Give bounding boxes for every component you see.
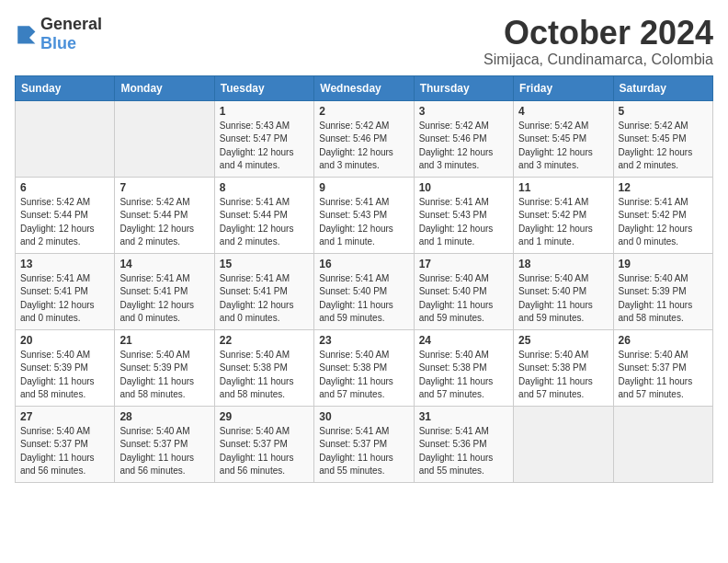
calendar-cell: 28Sunrise: 5:40 AM Sunset: 5:37 PM Dayli…: [115, 406, 214, 482]
day-number: 12: [619, 181, 708, 194]
calendar-cell: 16Sunrise: 5:41 AM Sunset: 5:40 PM Dayli…: [314, 253, 414, 329]
day-number: 30: [319, 410, 408, 423]
day-number: 11: [518, 181, 608, 194]
calendar-week-row: 20Sunrise: 5:40 AM Sunset: 5:39 PM Dayli…: [16, 329, 713, 406]
logo-blue: Blue: [40, 34, 76, 52]
day-number: 1: [220, 105, 309, 118]
day-number: 13: [20, 258, 109, 270]
calendar-cell: 19Sunrise: 5:40 AM Sunset: 5:39 PM Dayli…: [613, 253, 712, 329]
day-detail: Sunrise: 5:41 AM Sunset: 5:42 PM Dayligh…: [619, 196, 708, 249]
day-detail: Sunrise: 5:42 AM Sunset: 5:44 PM Dayligh…: [119, 196, 209, 249]
day-number: 5: [619, 105, 708, 118]
day-detail: Sunrise: 5:41 AM Sunset: 5:42 PM Dayligh…: [518, 196, 608, 249]
calendar-week-row: 6Sunrise: 5:42 AM Sunset: 5:44 PM Daylig…: [16, 177, 713, 253]
day-detail: Sunrise: 5:41 AM Sunset: 5:41 PM Dayligh…: [220, 272, 309, 326]
logo-icon: [15, 23, 37, 45]
page-header: General Blue October 2024 Simijaca, Cund…: [15, 15, 713, 68]
calendar-cell: 24Sunrise: 5:40 AM Sunset: 5:38 PM Dayli…: [414, 329, 513, 406]
calendar-cell: [514, 406, 613, 482]
day-header-sunday: Sunday: [16, 75, 115, 100]
day-header-wednesday: Wednesday: [314, 75, 414, 100]
day-detail: Sunrise: 5:40 AM Sunset: 5:38 PM Dayligh…: [419, 349, 508, 402]
day-number: 26: [619, 334, 708, 347]
day-detail: Sunrise: 5:40 AM Sunset: 5:38 PM Dayligh…: [220, 349, 309, 402]
day-detail: Sunrise: 5:40 AM Sunset: 5:37 PM Dayligh…: [20, 425, 109, 478]
day-detail: Sunrise: 5:41 AM Sunset: 5:41 PM Dayligh…: [119, 272, 209, 326]
day-detail: Sunrise: 5:40 AM Sunset: 5:37 PM Dayligh…: [619, 349, 708, 402]
day-detail: Sunrise: 5:41 AM Sunset: 5:36 PM Dayligh…: [419, 425, 508, 478]
day-number: 19: [619, 258, 708, 270]
logo-general: General: [40, 15, 102, 33]
day-number: 29: [220, 410, 309, 423]
day-detail: Sunrise: 5:40 AM Sunset: 5:37 PM Dayligh…: [119, 425, 209, 478]
day-detail: Sunrise: 5:40 AM Sunset: 5:40 PM Dayligh…: [419, 272, 508, 326]
day-number: 9: [319, 181, 408, 194]
calendar-header-row: SundayMondayTuesdayWednesdayThursdayFrid…: [16, 75, 713, 100]
calendar-cell: 10Sunrise: 5:41 AM Sunset: 5:43 PM Dayli…: [414, 177, 513, 253]
day-detail: Sunrise: 5:42 AM Sunset: 5:44 PM Dayligh…: [20, 196, 109, 249]
calendar-cell: 18Sunrise: 5:40 AM Sunset: 5:40 PM Dayli…: [514, 253, 613, 329]
day-detail: Sunrise: 5:41 AM Sunset: 5:43 PM Dayligh…: [419, 196, 508, 249]
calendar-cell: 2Sunrise: 5:42 AM Sunset: 5:46 PM Daylig…: [314, 100, 414, 177]
day-detail: Sunrise: 5:41 AM Sunset: 5:37 PM Dayligh…: [319, 425, 408, 478]
calendar-cell: 14Sunrise: 5:41 AM Sunset: 5:41 PM Dayli…: [115, 253, 214, 329]
day-detail: Sunrise: 5:42 AM Sunset: 5:45 PM Dayligh…: [518, 120, 608, 173]
day-header-friday: Friday: [514, 75, 613, 100]
calendar-week-row: 27Sunrise: 5:40 AM Sunset: 5:37 PM Dayli…: [16, 406, 713, 482]
day-number: 20: [20, 334, 109, 347]
day-detail: Sunrise: 5:42 AM Sunset: 5:46 PM Dayligh…: [419, 120, 508, 173]
day-detail: Sunrise: 5:40 AM Sunset: 5:38 PM Dayligh…: [518, 349, 608, 402]
day-number: 23: [319, 334, 408, 347]
calendar-cell: 26Sunrise: 5:40 AM Sunset: 5:37 PM Dayli…: [613, 329, 712, 406]
day-number: 8: [220, 181, 309, 194]
calendar-cell: 22Sunrise: 5:40 AM Sunset: 5:38 PM Dayli…: [214, 329, 313, 406]
day-number: 28: [119, 410, 209, 423]
day-number: 4: [518, 105, 608, 118]
calendar-cell: 9Sunrise: 5:41 AM Sunset: 5:43 PM Daylig…: [314, 177, 414, 253]
calendar-cell: 11Sunrise: 5:41 AM Sunset: 5:42 PM Dayli…: [514, 177, 613, 253]
day-number: 2: [319, 105, 408, 118]
logo: General Blue: [15, 15, 102, 53]
calendar-cell: [613, 406, 712, 482]
day-header-saturday: Saturday: [613, 75, 712, 100]
day-detail: Sunrise: 5:40 AM Sunset: 5:38 PM Dayligh…: [319, 349, 408, 402]
calendar-cell: 30Sunrise: 5:41 AM Sunset: 5:37 PM Dayli…: [314, 406, 414, 482]
calendar-table: SundayMondayTuesdayWednesdayThursdayFrid…: [15, 75, 713, 483]
day-number: 16: [319, 258, 408, 270]
day-header-thursday: Thursday: [414, 75, 513, 100]
calendar-cell: 21Sunrise: 5:40 AM Sunset: 5:39 PM Dayli…: [115, 329, 214, 406]
calendar-cell: 4Sunrise: 5:42 AM Sunset: 5:45 PM Daylig…: [514, 100, 613, 177]
day-detail: Sunrise: 5:41 AM Sunset: 5:40 PM Dayligh…: [319, 272, 408, 326]
location-title: Simijaca, Cundinamarca, Colombia: [483, 52, 713, 68]
day-header-monday: Monday: [115, 75, 214, 100]
day-number: 14: [119, 258, 209, 270]
day-number: 24: [419, 334, 508, 347]
day-number: 31: [419, 410, 508, 423]
calendar-cell: 13Sunrise: 5:41 AM Sunset: 5:41 PM Dayli…: [16, 253, 115, 329]
calendar-cell: 12Sunrise: 5:41 AM Sunset: 5:42 PM Dayli…: [613, 177, 712, 253]
calendar-cell: 3Sunrise: 5:42 AM Sunset: 5:46 PM Daylig…: [414, 100, 513, 177]
calendar-cell: 27Sunrise: 5:40 AM Sunset: 5:37 PM Dayli…: [16, 406, 115, 482]
day-detail: Sunrise: 5:41 AM Sunset: 5:43 PM Dayligh…: [319, 196, 408, 249]
calendar-cell: 8Sunrise: 5:41 AM Sunset: 5:44 PM Daylig…: [214, 177, 313, 253]
svg-marker-0: [17, 26, 35, 43]
calendar-cell: 31Sunrise: 5:41 AM Sunset: 5:36 PM Dayli…: [414, 406, 513, 482]
calendar-cell: 7Sunrise: 5:42 AM Sunset: 5:44 PM Daylig…: [115, 177, 214, 253]
day-header-tuesday: Tuesday: [214, 75, 313, 100]
calendar-cell: 23Sunrise: 5:40 AM Sunset: 5:38 PM Dayli…: [314, 329, 414, 406]
day-detail: Sunrise: 5:40 AM Sunset: 5:39 PM Dayligh…: [119, 349, 209, 402]
calendar-cell: 15Sunrise: 5:41 AM Sunset: 5:41 PM Dayli…: [214, 253, 313, 329]
calendar-cell: 20Sunrise: 5:40 AM Sunset: 5:39 PM Dayli…: [16, 329, 115, 406]
calendar-cell: 17Sunrise: 5:40 AM Sunset: 5:40 PM Dayli…: [414, 253, 513, 329]
day-number: 22: [220, 334, 309, 347]
day-detail: Sunrise: 5:41 AM Sunset: 5:41 PM Dayligh…: [20, 272, 109, 326]
day-detail: Sunrise: 5:41 AM Sunset: 5:44 PM Dayligh…: [220, 196, 309, 249]
day-detail: Sunrise: 5:40 AM Sunset: 5:40 PM Dayligh…: [518, 272, 608, 326]
calendar-cell: 6Sunrise: 5:42 AM Sunset: 5:44 PM Daylig…: [16, 177, 115, 253]
day-number: 7: [119, 181, 209, 194]
day-number: 3: [419, 105, 508, 118]
day-detail: Sunrise: 5:42 AM Sunset: 5:45 PM Dayligh…: [619, 120, 708, 173]
calendar-week-row: 13Sunrise: 5:41 AM Sunset: 5:41 PM Dayli…: [16, 253, 713, 329]
day-detail: Sunrise: 5:43 AM Sunset: 5:47 PM Dayligh…: [220, 120, 309, 173]
calendar-cell: 29Sunrise: 5:40 AM Sunset: 5:37 PM Dayli…: [214, 406, 313, 482]
